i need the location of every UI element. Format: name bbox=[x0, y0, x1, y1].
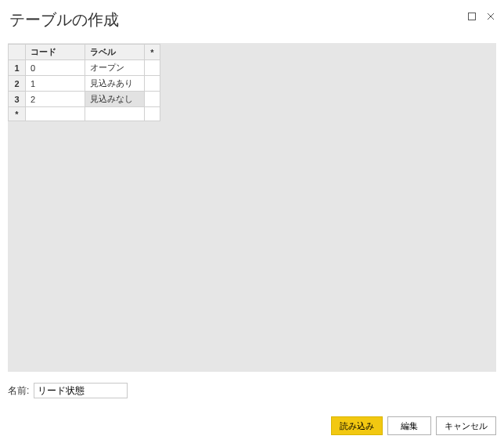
name-input[interactable] bbox=[34, 383, 128, 398]
name-row: 名前: bbox=[8, 383, 496, 398]
data-table[interactable]: コード ラベル * 1 0 オープン 2 1 見込みあり 3 2 見込みなし bbox=[8, 44, 160, 121]
code-cell[interactable]: 1 bbox=[26, 76, 85, 92]
star-cell[interactable] bbox=[145, 60, 160, 76]
svg-rect-0 bbox=[469, 13, 476, 20]
maximize-icon[interactable] bbox=[466, 11, 477, 22]
table-row[interactable]: 2 1 見込みあり bbox=[9, 76, 160, 92]
rownum-cell: 3 bbox=[9, 92, 26, 107]
table-row[interactable]: 1 0 オープン bbox=[9, 60, 160, 76]
edit-button[interactable]: 編集 bbox=[387, 416, 431, 435]
rownum-cell: * bbox=[9, 107, 26, 121]
rownum-cell: 1 bbox=[9, 60, 26, 76]
table-new-row[interactable]: * bbox=[9, 107, 160, 121]
code-cell[interactable]: 2 bbox=[26, 92, 85, 107]
close-icon[interactable] bbox=[485, 11, 496, 22]
star-cell[interactable] bbox=[145, 92, 160, 107]
star-cell[interactable] bbox=[145, 76, 160, 92]
header-star[interactable]: * bbox=[145, 45, 160, 60]
name-label: 名前: bbox=[8, 384, 29, 398]
label-cell[interactable]: オープン bbox=[85, 60, 145, 76]
code-cell[interactable]: 0 bbox=[26, 60, 85, 76]
label-cell[interactable]: 見込みなし bbox=[85, 92, 145, 107]
header-label[interactable]: ラベル bbox=[85, 45, 145, 60]
button-row: 読み込み 編集 キャンセル bbox=[331, 416, 496, 435]
label-cell[interactable]: 見込みあり bbox=[85, 76, 145, 92]
table-row[interactable]: 3 2 見込みなし bbox=[9, 92, 160, 107]
star-cell[interactable] bbox=[145, 107, 160, 121]
cancel-button[interactable]: キャンセル bbox=[436, 416, 496, 435]
titlebar: テーブルの作成 bbox=[0, 0, 504, 37]
load-button[interactable]: 読み込み bbox=[331, 416, 383, 435]
header-row: コード ラベル * bbox=[9, 45, 160, 60]
rownum-cell: 2 bbox=[9, 76, 26, 92]
header-rownum[interactable] bbox=[9, 45, 26, 60]
label-cell[interactable] bbox=[85, 107, 145, 121]
dialog-title: テーブルの作成 bbox=[9, 9, 119, 31]
code-cell[interactable] bbox=[26, 107, 85, 121]
header-code[interactable]: コード bbox=[26, 45, 85, 60]
window-controls bbox=[466, 9, 496, 22]
table-area[interactable]: コード ラベル * 1 0 オープン 2 1 見込みあり 3 2 見込みなし bbox=[8, 43, 496, 372]
